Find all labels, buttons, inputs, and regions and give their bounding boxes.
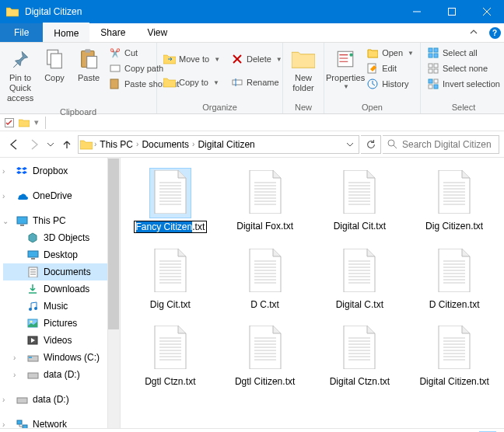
search-box[interactable]: Search Digital Citizen xyxy=(383,135,499,154)
breadcrumb-thispc[interactable]: This PC xyxy=(98,139,135,150)
forward-button[interactable] xyxy=(25,135,44,154)
invert-icon xyxy=(427,78,439,90)
breadcrumb-current[interactable]: Digital Citizen xyxy=(196,139,256,150)
sidebar-item-datad2[interactable]: ›data (D:) xyxy=(3,391,120,408)
delete-button[interactable]: Delete▼ xyxy=(228,52,285,66)
file-item[interactable]: D Citizen.txt xyxy=(409,244,499,313)
file-pane[interactable]: Fancy Citizen.txtDigital Fox.txtDigital … xyxy=(121,158,504,428)
chevron-right-icon[interactable]: › xyxy=(192,140,194,148)
expand-icon[interactable]: › xyxy=(2,192,5,200)
file-item[interactable]: Digital Cit.txt xyxy=(315,165,405,236)
svg-rect-20 xyxy=(434,48,438,52)
breadcrumb-documents[interactable]: Documents xyxy=(140,139,191,150)
share-tab[interactable]: Share xyxy=(89,23,136,42)
edit-icon xyxy=(366,62,379,75)
svg-point-16 xyxy=(349,53,352,56)
address-bar[interactable]: › This PC › Documents › Digital Citizen xyxy=(78,135,359,154)
sidebar-item-downloads[interactable]: Downloads xyxy=(3,280,120,298)
file-item[interactable]: Digital Citizen.txt xyxy=(409,321,499,390)
svg-rect-24 xyxy=(434,64,438,68)
properties-icon xyxy=(333,47,358,71)
select-all-button[interactable]: Select all xyxy=(424,46,503,60)
paste-label: Paste xyxy=(78,73,100,83)
sidebar-item-dropbox[interactable]: ›Dropbox xyxy=(3,162,120,179)
sidebar-item-datad1[interactable]: ›data (D:) xyxy=(3,366,120,383)
sidebar-item-desktop[interactable]: Desktop xyxy=(3,246,120,263)
chevron-right-icon[interactable]: › xyxy=(94,140,96,148)
up-button[interactable] xyxy=(58,135,76,154)
dropbox-icon xyxy=(16,165,28,177)
open-button[interactable]: Open▼ xyxy=(363,46,417,60)
maximize-button[interactable] xyxy=(434,0,469,23)
file-item[interactable]: Digital Fox.txt xyxy=(220,165,310,236)
file-label[interactable]: Fancy Citizen.txt xyxy=(134,221,208,233)
new-folder-button[interactable]: New folder xyxy=(286,44,320,96)
delete-icon xyxy=(231,53,243,65)
file-item[interactable]: D C.txt xyxy=(220,244,310,313)
sidebar-item-windowsc[interactable]: ›Windows (C:) xyxy=(3,349,120,366)
svg-rect-10 xyxy=(110,79,118,89)
sidebar-item-network[interactable]: ›Network xyxy=(3,416,120,428)
invert-selection-button[interactable]: Invert selection xyxy=(424,77,503,91)
sidebar-item-videos[interactable]: Videos xyxy=(3,332,120,349)
clipboard-group-label: Clipboard xyxy=(3,106,153,118)
expand-icon[interactable]: › xyxy=(2,167,5,176)
expand-icon[interactable]: › xyxy=(2,395,5,404)
sidebar-scrollbar[interactable] xyxy=(107,158,120,428)
expand-icon[interactable]: › xyxy=(13,371,16,379)
help-button[interactable]: ? xyxy=(485,23,504,42)
rename-button[interactable]: Rename xyxy=(228,75,285,89)
move-to-button[interactable]: Move to▼ xyxy=(160,52,223,66)
file-item[interactable]: Digital C.txt xyxy=(315,244,405,313)
text-file-icon xyxy=(434,247,474,296)
sidebar-item-documents[interactable]: Documents xyxy=(3,263,120,280)
collapse-ribbon-button[interactable] xyxy=(462,23,485,42)
file-label: Dgtl Citizen.txt xyxy=(235,376,295,387)
navigation-bar: › This PC › Documents › Digital Citizen … xyxy=(0,131,504,158)
sidebar-item-onedrive[interactable]: ›OneDrive xyxy=(3,187,120,204)
file-item[interactable]: Dig Cit.txt xyxy=(125,244,215,313)
file-item[interactable]: Dgtl Citizen.txt xyxy=(220,321,310,390)
copy-button[interactable]: Copy xyxy=(37,44,72,85)
expand-icon[interactable]: › xyxy=(13,354,16,362)
properties-button[interactable]: Properties▼ xyxy=(327,44,363,93)
select-none-button[interactable]: Select none xyxy=(424,61,503,75)
sidebar-item-pictures[interactable]: Pictures xyxy=(3,315,120,332)
scrollbar-thumb[interactable] xyxy=(108,159,119,329)
pin-label: Pin to Quick access xyxy=(7,73,33,104)
recent-button[interactable] xyxy=(45,135,56,154)
copy-to-button[interactable]: Copy to▼ xyxy=(160,75,223,89)
svg-rect-9 xyxy=(110,65,120,71)
sidebar-item-music[interactable]: Music xyxy=(3,298,120,315)
file-item[interactable]: Dgtl Ctzn.txt xyxy=(125,321,215,390)
file-item[interactable]: Digital Ctzn.txt xyxy=(315,321,405,390)
svg-rect-35 xyxy=(20,225,24,226)
history-button[interactable]: History xyxy=(363,77,417,91)
view-tab[interactable]: View xyxy=(136,23,178,42)
paste-shortcut-icon xyxy=(109,78,121,90)
close-button[interactable] xyxy=(469,0,504,23)
copy-icon xyxy=(42,47,67,71)
file-item[interactable]: Fancy Citizen.txt xyxy=(125,165,215,236)
back-button[interactable] xyxy=(5,135,23,154)
file-item[interactable]: Dig Citizen.txt xyxy=(409,165,499,236)
copy-path-icon xyxy=(109,62,121,75)
paste-button[interactable]: Paste xyxy=(72,44,106,85)
sidebar-item-3dobjects[interactable]: 3D Objects xyxy=(3,229,120,246)
file-tab[interactable]: File xyxy=(0,23,43,42)
sidebar-item-thispc[interactable]: ⌄This PC xyxy=(3,212,120,229)
history-icon xyxy=(366,78,379,90)
minimize-button[interactable] xyxy=(399,0,434,23)
refresh-button[interactable] xyxy=(361,135,381,154)
menu-bar: File Home Share View ? xyxy=(0,23,504,43)
collapse-icon[interactable]: ⌄ xyxy=(2,217,9,225)
chevron-right-icon[interactable]: › xyxy=(136,140,138,148)
svg-rect-5 xyxy=(51,54,61,68)
folder-icon xyxy=(6,6,19,17)
text-file-icon xyxy=(434,169,474,218)
edit-button[interactable]: Edit xyxy=(363,61,417,75)
expand-icon[interactable]: › xyxy=(2,420,5,429)
address-dropdown[interactable] xyxy=(343,135,357,154)
pin-quick-access-button[interactable]: Pin to Quick access xyxy=(3,44,37,106)
home-tab[interactable]: Home xyxy=(43,23,89,42)
